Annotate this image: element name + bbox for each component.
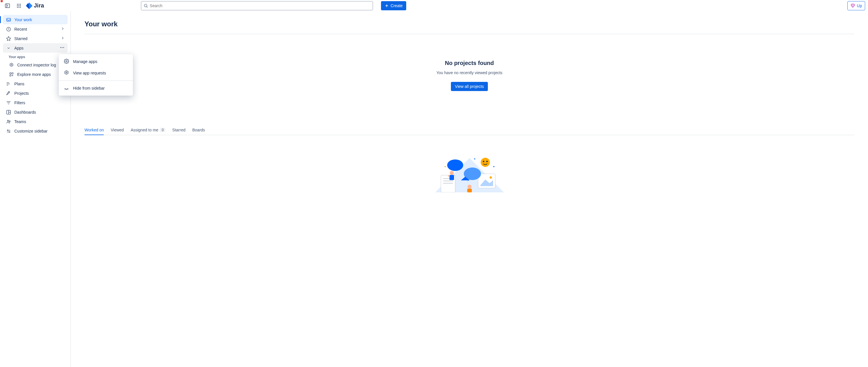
tab-label: Assigned to me <box>131 128 158 132</box>
sidebar-item-starred[interactable]: Starred <box>3 34 68 43</box>
sidebar-item-label: Dashboards <box>14 110 36 114</box>
eye-off-icon <box>64 85 69 91</box>
clock-icon <box>6 26 11 32</box>
svg-point-20 <box>63 47 64 48</box>
svg-point-37 <box>9 121 10 122</box>
svg-rect-8 <box>17 7 18 7</box>
filter-icon <box>6 100 11 106</box>
svg-rect-55 <box>450 175 454 180</box>
top-bar: Jira Create Up <box>0 0 868 11</box>
sidebar-item-dashboards[interactable]: Dashboards <box>3 107 68 117</box>
sidebar-item-label: Projects <box>14 91 29 96</box>
svg-point-36 <box>7 120 9 121</box>
sidebar-app-explore-more[interactable]: Explore more apps <box>3 70 68 79</box>
tab-worked-on[interactable]: Worked on <box>85 125 104 135</box>
create-button-label: Create <box>391 3 403 8</box>
svg-line-64 <box>65 89 65 89</box>
recording-indicator-dot <box>1 0 3 2</box>
menu-item-hide-from-sidebar[interactable]: Hide from sidebar <box>59 82 133 94</box>
svg-rect-5 <box>17 5 18 6</box>
sidebar-item-label: Teams <box>14 120 26 124</box>
svg-rect-58 <box>467 189 472 192</box>
plans-icon <box>6 81 11 87</box>
sidebar-app-label: Explore more apps <box>17 72 51 77</box>
chevron-right-icon <box>61 36 65 41</box>
empty-state-subtitle: You have no recently viewed projects <box>85 70 854 75</box>
dashboard-icon <box>6 109 11 115</box>
svg-point-52 <box>483 161 484 162</box>
svg-rect-9 <box>19 7 20 7</box>
tab-assigned-to-me[interactable]: Assigned to me 0 <box>131 125 165 135</box>
work-tabs: Worked on Viewed Assigned to me 0 Starre… <box>85 125 854 135</box>
sidebar-item-label: Filters <box>14 100 25 105</box>
svg-point-62 <box>66 60 67 62</box>
page-title: Your work <box>85 20 854 34</box>
svg-point-21 <box>11 64 12 65</box>
rocket-icon <box>6 91 11 96</box>
svg-point-11 <box>144 4 147 7</box>
svg-rect-4 <box>20 4 21 5</box>
sidebar-item-projects[interactable]: Projects <box>3 89 68 98</box>
worked-on-illustration <box>85 152 854 192</box>
diamond-icon <box>850 3 855 8</box>
sidebar-toggle-button[interactable] <box>3 1 12 10</box>
svg-line-67 <box>68 89 68 89</box>
svg-rect-23 <box>12 73 13 74</box>
svg-rect-3 <box>19 4 20 5</box>
app-name-label: Jira <box>34 2 44 9</box>
create-button[interactable]: Create <box>381 1 406 10</box>
svg-rect-2 <box>17 4 18 5</box>
hexagon-icon <box>9 62 14 68</box>
sidebar-item-filters[interactable]: Filters <box>3 98 68 107</box>
svg-rect-6 <box>19 5 20 6</box>
svg-point-60 <box>444 166 446 167</box>
sidebar-item-customize[interactable]: Customize sidebar <box>3 126 68 136</box>
sidebar-item-recent[interactable]: Recent <box>3 24 68 34</box>
sidebar-apps-heading: Your apps <box>3 53 68 60</box>
more-icon[interactable] <box>60 45 65 51</box>
svg-point-40 <box>7 130 8 131</box>
sidebar-item-plans[interactable]: Plans <box>3 79 68 89</box>
svg-point-19 <box>62 47 63 48</box>
tab-viewed[interactable]: Viewed <box>111 125 124 135</box>
svg-line-66 <box>67 89 67 90</box>
app-switcher-button[interactable] <box>14 1 24 10</box>
svg-rect-7 <box>20 5 21 6</box>
jira-logo[interactable]: Jira <box>26 2 44 9</box>
upgrade-button[interactable]: Up <box>847 1 865 10</box>
svg-point-18 <box>60 47 61 48</box>
sidebar-app-label: Connect inspector log <box>17 63 56 67</box>
tab-label: Worked on <box>85 128 104 132</box>
svg-point-57 <box>467 185 471 189</box>
tab-boards[interactable]: Boards <box>192 125 205 135</box>
sidebar-item-label: Starred <box>14 36 28 41</box>
svg-rect-10 <box>20 7 21 7</box>
tab-badge: 0 <box>160 128 165 132</box>
gear-icon <box>64 59 69 65</box>
upgrade-button-label: Up <box>857 3 862 8</box>
svg-point-53 <box>486 161 488 162</box>
empty-state-title: No projects found <box>85 60 854 66</box>
sidebar-app-connect-inspector[interactable]: Connect inspector log <box>3 60 68 70</box>
sidebar-item-apps[interactable]: Apps <box>3 43 68 53</box>
chevron-down-icon <box>6 45 11 51</box>
menu-item-label: Hide from sidebar <box>73 86 105 91</box>
apps-grid-plus-icon <box>9 72 14 77</box>
sidebar-item-label: Customize sidebar <box>14 129 48 133</box>
sidebar-item-your-work[interactable]: Your work <box>3 15 68 24</box>
search-input[interactable] <box>150 3 370 8</box>
apps-context-menu: Manage apps View app requests Hide from … <box>59 54 133 96</box>
menu-item-manage-apps[interactable]: Manage apps <box>59 56 133 67</box>
menu-item-view-app-requests[interactable]: View app requests <box>59 67 133 79</box>
search-icon <box>144 3 148 8</box>
sidebar-item-label: Plans <box>14 81 24 86</box>
search-box[interactable] <box>141 1 373 10</box>
svg-point-63 <box>66 72 67 73</box>
svg-marker-17 <box>7 36 11 40</box>
svg-point-59 <box>493 166 494 167</box>
svg-point-54 <box>450 171 454 175</box>
empty-state-projects: No projects found You have no recently v… <box>85 60 854 91</box>
sidebar-item-teams[interactable]: Teams <box>3 117 68 126</box>
view-all-projects-button[interactable]: View all projects <box>451 82 488 91</box>
tab-starred[interactable]: Starred <box>172 125 185 135</box>
